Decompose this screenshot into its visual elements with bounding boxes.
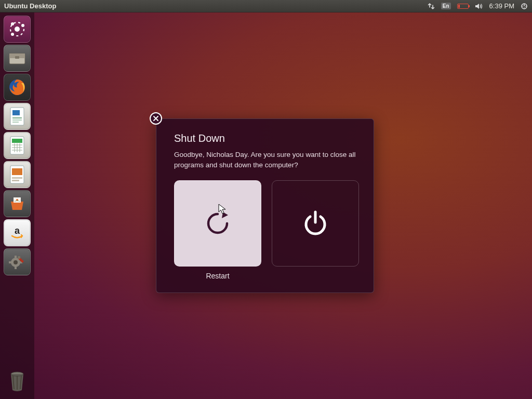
svg-rect-14: [12, 122, 19, 123]
impress-icon[interactable]: [4, 161, 31, 188]
restart-label: Restart: [206, 272, 229, 281]
svg-point-4: [11, 33, 14, 36]
restart-icon: [203, 209, 232, 238]
svg-rect-24: [12, 168, 22, 175]
svg-rect-26: [12, 180, 19, 181]
svg-rect-34: [9, 261, 11, 263]
amazon-icon[interactable]: a: [4, 219, 31, 246]
svg-rect-8: [15, 56, 19, 59]
dash-icon[interactable]: [4, 16, 31, 43]
trash-icon[interactable]: [4, 368, 31, 395]
calc-icon[interactable]: [4, 132, 31, 159]
volume-indicator[interactable]: [475, 3, 483, 10]
active-window-title: Ubuntu Desktop: [4, 2, 56, 10]
svg-rect-32: [15, 256, 17, 258]
svg-point-31: [14, 260, 18, 264]
close-icon: [153, 115, 159, 122]
dialog-options: Restart: [174, 180, 356, 281]
svg-rect-25: [12, 177, 22, 179]
network-indicator[interactable]: [428, 3, 435, 10]
shutdown-dialog: Shut Down Goodbye, Nicholas Day. Are you…: [151, 113, 375, 293]
system-tray: En 6:39 PM: [428, 2, 528, 10]
svg-text:a: a: [15, 225, 20, 236]
shutdown-button[interactable]: [272, 180, 359, 267]
language-indicator[interactable]: En: [441, 3, 451, 9]
battery-indicator[interactable]: [457, 4, 469, 9]
svg-rect-33: [15, 267, 17, 269]
svg-point-2: [15, 26, 20, 32]
session-indicator[interactable]: [521, 3, 528, 10]
restart-button[interactable]: [174, 180, 261, 267]
top-menubar: Ubuntu Desktop En 6:39 PM: [0, 0, 532, 12]
svg-rect-13: [12, 119, 22, 121]
writer-icon[interactable]: [4, 103, 31, 130]
power-icon: [301, 209, 330, 238]
svg-rect-12: [12, 117, 22, 118]
svg-point-3: [21, 24, 24, 27]
dialog-title: Shut Down: [174, 132, 356, 144]
unity-launcher: a: [0, 12, 34, 399]
svg-point-5: [11, 22, 14, 25]
software-center-icon[interactable]: [4, 190, 31, 217]
close-button[interactable]: [150, 112, 162, 125]
files-icon[interactable]: [4, 45, 31, 72]
settings-icon[interactable]: [4, 248, 31, 275]
svg-rect-16: [12, 139, 22, 143]
firefox-icon[interactable]: [4, 74, 31, 101]
dialog-panel: Shut Down Goodbye, Nicholas Day. Are you…: [156, 118, 374, 293]
battery-icon: [457, 4, 469, 9]
clock[interactable]: 6:39 PM: [489, 2, 514, 10]
svg-rect-36: [18, 256, 20, 259]
dialog-message: Goodbye, Nicholas Day. Are you sure you …: [174, 150, 356, 170]
svg-rect-11: [12, 110, 20, 115]
